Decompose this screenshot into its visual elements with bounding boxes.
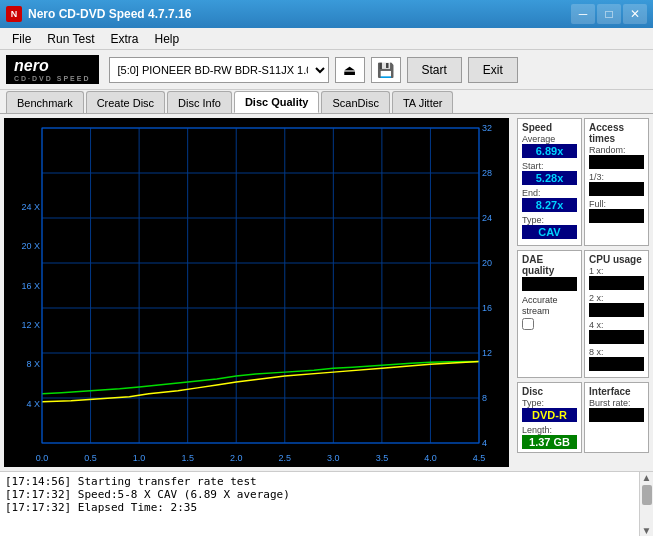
dae-value (522, 277, 577, 291)
log-scrollbar[interactable]: ▲ ▼ (639, 472, 653, 536)
speed-chart (4, 118, 509, 467)
close-button[interactable]: ✕ (623, 4, 647, 24)
2x-label: 2 x: (589, 293, 644, 303)
burst-label: Burst rate: (589, 398, 644, 408)
app-title: Nero CD-DVD Speed 4.7.7.16 (28, 7, 191, 21)
minimize-button[interactable]: ─ (571, 4, 595, 24)
drive-selector[interactable]: [5:0] PIONEER BD-RW BDR-S11JX 1.02 (109, 57, 329, 83)
end-value: 8.27x (522, 198, 577, 212)
tab-scandisc[interactable]: ScanDisc (321, 91, 389, 113)
average-label: Average (522, 134, 577, 144)
average-value: 6.89x (522, 144, 577, 158)
window-controls: ─ □ ✕ (571, 4, 647, 24)
1x-value (589, 276, 644, 290)
type-label: Type: (522, 215, 577, 225)
dae-section: DAE quality Accurate stream (517, 250, 582, 378)
speed-section: Speed Average 6.89x Start: 5.28x End: 8.… (517, 118, 582, 246)
tab-disc-info[interactable]: Disc Info (167, 91, 232, 113)
nero-logo: nero CD·DVD SPEED (6, 55, 99, 84)
log-line-2: [17:17:32] Speed:5-8 X CAV (6.89 X avera… (5, 488, 634, 501)
chart-area (4, 118, 509, 467)
tab-disc-quality[interactable]: Disc Quality (234, 91, 320, 113)
accurate-stream-label: Accurate (522, 295, 577, 305)
speed-label: Speed (522, 122, 577, 133)
cpu-section: CPU usage 1 x: 2 x: 4 x: 8 x: (584, 250, 649, 378)
log-content: [17:14:56] Starting transfer rate test [… (0, 472, 639, 536)
toolbar: nero CD·DVD SPEED [5:0] PIONEER BD-RW BD… (0, 50, 653, 90)
4x-label: 4 x: (589, 320, 644, 330)
full-label: Full: (589, 199, 644, 209)
title-bar: N Nero CD-DVD Speed 4.7.7.16 ─ □ ✕ (0, 0, 653, 28)
maximize-button[interactable]: □ (597, 4, 621, 24)
1x-label: 1 x: (589, 266, 644, 276)
eject-button[interactable]: ⏏ (335, 57, 365, 83)
disc-length-label: Length: (522, 425, 577, 435)
tab-ta-jitter[interactable]: TA Jitter (392, 91, 454, 113)
8x-label: 8 x: (589, 347, 644, 357)
app-icon: N (6, 6, 22, 22)
disc-section: Disc Type: DVD-R Length: 1.37 GB (517, 382, 582, 453)
accurate-stream-label2: stream (522, 306, 577, 316)
interface-label: Interface (589, 386, 644, 397)
log-area: [17:14:56] Starting transfer rate test [… (0, 471, 653, 536)
start-button[interactable]: Start (407, 57, 462, 83)
full-value (589, 209, 644, 223)
cpu-label: CPU usage (589, 254, 644, 265)
8x-value (589, 357, 644, 371)
exit-button[interactable]: Exit (468, 57, 518, 83)
save-button[interactable]: 💾 (371, 57, 401, 83)
start-label: Start: (522, 161, 577, 171)
onethird-value (589, 182, 644, 196)
main-content: Speed Average 6.89x Start: 5.28x End: 8.… (0, 114, 653, 471)
onethird-label: 1/3: (589, 172, 644, 182)
burst-value (589, 408, 644, 422)
start-value: 5.28x (522, 171, 577, 185)
2x-value (589, 303, 644, 317)
4x-value (589, 330, 644, 344)
right-panel: Speed Average 6.89x Start: 5.28x End: 8.… (513, 114, 653, 471)
access-times-section: Access times Random: 1/3: Full: (584, 118, 649, 246)
log-line-1: [17:14:56] Starting transfer rate test (5, 475, 634, 488)
log-line-3: [17:17:32] Elapsed Time: 2:35 (5, 501, 634, 514)
menu-file[interactable]: File (4, 28, 39, 49)
accurate-stream-checkbox[interactable] (522, 318, 534, 330)
menu-extra[interactable]: Extra (102, 28, 146, 49)
tab-benchmark[interactable]: Benchmark (6, 91, 84, 113)
random-label: Random: (589, 145, 644, 155)
menu-help[interactable]: Help (147, 28, 188, 49)
interface-section: Interface Burst rate: (584, 382, 649, 453)
tab-create-disc[interactable]: Create Disc (86, 91, 165, 113)
random-value (589, 155, 644, 169)
type-value: CAV (522, 225, 577, 239)
disc-type-header: Disc (522, 386, 577, 397)
end-label: End: (522, 188, 577, 198)
tabs: Benchmark Create Disc Disc Info Disc Qua… (0, 90, 653, 114)
disc-type-label: Type: (522, 398, 577, 408)
disc-type-value: DVD-R (522, 408, 577, 422)
disc-length-value: 1.37 GB (522, 435, 577, 449)
menu-bar: File Run Test Extra Help (0, 28, 653, 50)
menu-run-test[interactable]: Run Test (39, 28, 102, 49)
access-label: Access times (589, 122, 644, 144)
dae-label: DAE quality (522, 254, 577, 276)
